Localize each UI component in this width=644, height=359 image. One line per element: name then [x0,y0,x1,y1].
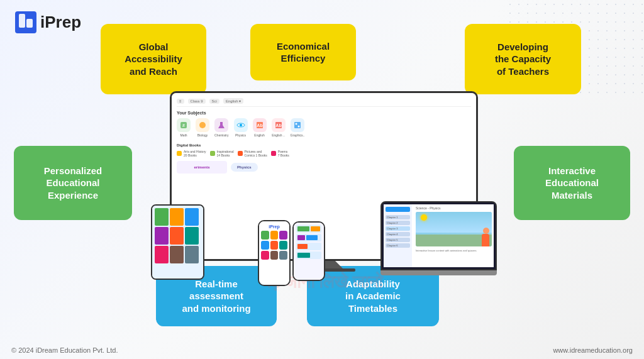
box-developing-teachers: Developing the Capacity of Teachers [465,24,581,94]
svg-rect-11 [294,122,301,128]
svg-text:Ab: Ab [257,123,262,128]
book-cat-poems: Poems7 Books [271,150,289,157]
laptop-screen-area: Chapter 1 Chapter 2 Chapter 3 Chapter 4 … [380,201,497,270]
footer: © 2024 iDream Education Pvt. Ltd. www.id… [0,346,644,354]
subject-english1: Ab English [253,118,267,137]
digital-books-label: Digital Books [177,143,471,147]
subject-icons-row: # Math Biology Chemistry [177,118,471,137]
svg-point-13 [297,126,299,128]
screen-nav-bar: ≡Class 9SciEnglish ▾ [177,98,471,107]
laptop-mockup: Chapter 1 Chapter 2 Chapter 3 Chapter 4 … [380,201,497,283]
your-subjects-label: Your Subjects [177,111,471,115]
book-cat-comics: Pictures andComics 1 Books [238,150,267,157]
phone-left-screen: iPrep [259,221,289,285]
book-cat-inspirational: Inspirational14 Books [210,150,234,157]
experiments-row: eriments Physics [177,161,471,174]
svg-text:Ab: Ab [275,123,281,128]
subject-physics: Physics [234,118,248,137]
book-categories-row: Arts and History20 Books Inspirational14… [177,150,471,157]
svg-point-5 [240,124,242,126]
copyright-text: © 2024 iDream Education Pvt. Ltd. [11,346,118,354]
phone-right-screen [294,223,324,280]
box-global-accessibility: Global Accessibility and Reach [101,24,206,94]
device-mockup-area: ≡Class 9SciEnglish ▾ Your Subjects # Mat… [151,91,497,286]
subject-math: # Math [177,118,191,137]
subject-graphics: Graphics.. [291,118,305,137]
svg-point-12 [295,123,297,125]
laptop-screen-content: Chapter 1 Chapter 2 Chapter 3 Chapter 4 … [384,204,494,267]
box-economical-efficiency: Economical Efficiency [250,24,356,80]
box-personalized-experience: Personalized Educational Experience [14,146,132,220]
svg-text:#: # [182,123,185,128]
laptop-main-content: Science - Physics Int [414,204,494,267]
tablet-mockup [151,204,204,280]
svg-point-4 [199,122,206,128]
logo: iPrep [15,11,81,33]
subject-biology: Biology [196,118,209,137]
tablet-screen-content [152,206,203,279]
phone-subject-grid [261,231,287,260]
website-url: www.idreameducation.org [553,346,633,354]
laptop-base [380,270,497,275]
svg-rect-0 [19,14,25,28]
subject-chemistry: Chemistry [214,118,229,137]
phone-right-mockup [292,221,325,281]
logo-text: iPrep [40,13,81,32]
logo-icon [15,11,36,33]
laptop-lesson-image [416,212,492,246]
book-cat-arts: Arts and History20 Books [177,150,206,157]
phone-left-mockup: iPrep [258,220,291,286]
subject-english2: Ab English .. [272,118,286,137]
svg-rect-1 [26,19,33,28]
digital-books-section: Digital Books Arts and History20 Books I… [177,143,471,157]
box-interactive-materials: Interactive Educational Materials [514,146,630,220]
laptop-sidebar: Chapter 1 Chapter 2 Chapter 3 Chapter 4 … [384,204,412,267]
